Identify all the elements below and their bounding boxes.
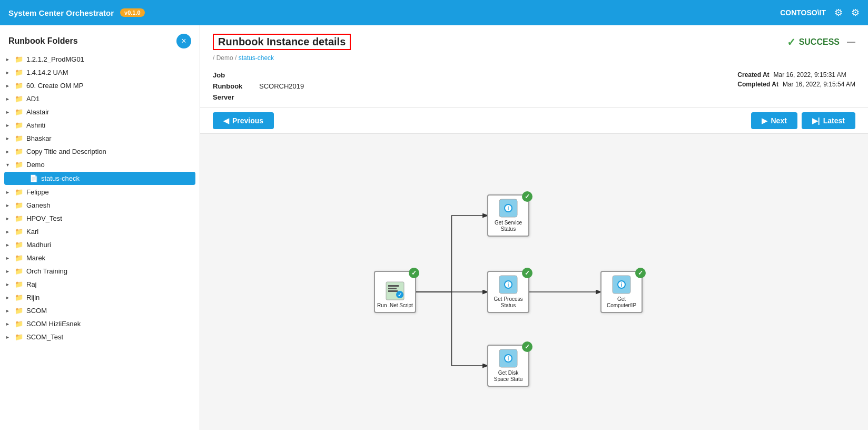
node-check-icon: ✓ — [635, 268, 646, 278]
next-label: Next — [771, 116, 786, 125]
chevron-icon: ▸ — [6, 216, 13, 221]
latest-button[interactable]: ▶| Latest — [802, 112, 855, 129]
sidebar-item-label: Demo — [26, 161, 45, 169]
meta-row: Job Runbook SCORCH2019 Server Created At… — [213, 67, 855, 108]
sidebar-item-1414[interactable]: ▸📁1.4.14.2 UAM — [0, 66, 200, 79]
sidebar-scroll: ▸📁1.2.1.2_ProdMG01▸📁1.4.14.2 UAM▸📁60. Cr… — [0, 53, 200, 426]
sidebar-item-raj[interactable]: ▸📁Raj — [0, 278, 200, 291]
node-check-icon: ✓ — [522, 191, 532, 202]
workflow-node-get-disk[interactable]: ✓ i Get Disk Space Statu — [487, 345, 529, 387]
sidebar-item-marek[interactable]: ▸📁Marek — [0, 251, 200, 265]
node-label: Get Disk Space Statu — [488, 370, 528, 383]
gear-icon[interactable]: ⚙ — [851, 7, 860, 18]
chevron-icon: ▸ — [6, 202, 13, 208]
folder-icon: 📁 — [15, 280, 23, 288]
folder-icon: 📁 — [15, 241, 23, 249]
folder-icon: 📁 — [15, 254, 23, 262]
chevron-icon: ▸ — [6, 295, 13, 300]
server-row: Server — [213, 93, 304, 101]
sidebar-title: Runbook Folders — [8, 36, 78, 46]
sidebar-item-ashriti[interactable]: ▸📁Ashriti — [0, 119, 200, 132]
sidebar-item-ganesh[interactable]: ▸📁Ganesh — [0, 199, 200, 212]
sidebar-item-label: Alastair — [26, 108, 49, 116]
node-label: Get Computer/IP — [601, 296, 642, 309]
workflow-node-get-computer[interactable]: ✓ i Get Computer/IP — [600, 271, 643, 313]
node-icon: i — [498, 274, 519, 295]
next-button[interactable]: ▶ Next — [751, 112, 797, 129]
success-label: SUCCESS — [799, 37, 840, 47]
workflow-node-get-process[interactable]: ✓ i Get Process Status — [487, 271, 529, 313]
completed-at-label: Completed At — [737, 81, 778, 88]
workflow-node-get-service[interactable]: ✓ i Get Service Status — [487, 194, 529, 237]
sidebar-item-copy-title[interactable]: ▸📁Copy Title and Description — [0, 145, 200, 158]
sidebar-item-label: Rijin — [26, 294, 40, 301]
job-row: Job — [213, 71, 304, 79]
svg-text:i: i — [508, 356, 509, 361]
folder-icon: 📁 — [15, 214, 23, 222]
sidebar-item-scom-test[interactable]: ▸📁SCOM_Test — [0, 330, 200, 344]
meta-right: Created At Mar 16, 2022, 9:15:31 AM Comp… — [737, 71, 855, 88]
node-icon: ✓ — [384, 280, 406, 301]
folder-icon: 📁 — [15, 148, 23, 155]
sidebar-item-ad1[interactable]: ▸📁AD1 — [0, 92, 200, 105]
sidebar-item-alastair[interactable]: ▸📁Alastair — [0, 105, 200, 119]
sidebar-item-scom-hizli[interactable]: ▸📁SCOM HizliEsnek — [0, 317, 200, 330]
sidebar-item-label: Ashriti — [26, 121, 45, 129]
runbook-value: SCORCH2019 — [259, 82, 304, 90]
chevron-icon: ▸ — [6, 321, 13, 327]
node-check-icon: ✓ — [409, 268, 419, 278]
folder-icon: 📁 — [15, 188, 23, 196]
svg-text:i: i — [508, 206, 509, 211]
sidebar-item-rijin[interactable]: ▸📁Rijin — [0, 291, 200, 304]
sidebar-item-1212[interactable]: ▸📁1.2.1.2_ProdMG01 — [0, 53, 200, 66]
sidebar-item-label: SCOM HizliEsnek — [26, 320, 81, 328]
node-label: Get Process Status — [488, 296, 528, 309]
sidebar-close-button[interactable]: × — [176, 34, 191, 48]
settings-icon[interactable]: ⚙ — [834, 7, 843, 18]
sidebar-item-felippe[interactable]: ▸📁Felippe — [0, 185, 200, 199]
svg-text:i: i — [621, 282, 623, 288]
version-badge: v0.1.0 — [120, 8, 145, 17]
node-icon: i — [498, 348, 519, 369]
sidebar-header: Runbook Folders × — [0, 25, 200, 53]
sidebar-item-active[interactable]: 📄status-check — [4, 172, 195, 185]
workflow-node-run-net[interactable]: ✓ ✓ Run .Net Script — [374, 271, 416, 313]
sidebar-item-karl[interactable]: ▸📁Karl — [0, 225, 200, 238]
chevron-icon: ▸ — [6, 281, 13, 287]
chevron-icon: ▸ — [6, 308, 13, 314]
sidebar-item-demo[interactable]: ▾📁Demo — [0, 158, 200, 171]
nav-buttons-row: ◀ Previous ▶ Next ▶| Latest — [200, 108, 868, 134]
sidebar-item-bhaskar[interactable]: ▸📁Bhaskar — [0, 132, 200, 145]
sidebar-item-madhuri[interactable]: ▸📁Madhuri — [0, 238, 200, 251]
file-icon: 📄 — [29, 174, 38, 182]
node-check-icon: ✓ — [522, 341, 532, 352]
sidebar-item-label: Madhuri — [26, 241, 51, 249]
sidebar-item-label: Karl — [26, 228, 38, 236]
job-label: Job — [213, 71, 255, 79]
folder-icon: 📁 — [15, 108, 23, 116]
previous-label: Previous — [232, 116, 263, 125]
svg-rect-3 — [388, 285, 399, 287]
svg-rect-5 — [388, 290, 398, 292]
folder-icon: 📁 — [15, 121, 23, 129]
node-label: Get Service Status — [488, 220, 528, 232]
created-at-label: Created At — [737, 71, 769, 79]
sidebar-item-60[interactable]: ▸📁60. Create OM MP — [0, 79, 200, 92]
sidebar-item-label: Ganesh — [26, 201, 51, 209]
close-success-icon[interactable]: — — [847, 37, 855, 47]
previous-button[interactable]: ◀ Previous — [213, 112, 274, 129]
sidebar-item-hpov[interactable]: ▸📁HPOV_Test — [0, 212, 200, 225]
svg-text:✓: ✓ — [398, 292, 402, 298]
chevron-icon: ▸ — [6, 70, 13, 75]
sidebar-item-label: Felippe — [26, 188, 49, 196]
folder-icon: 📁 — [15, 320, 23, 328]
sidebar-item-scom[interactable]: ▸📁SCOM — [0, 304, 200, 317]
chevron-icon: ▸ — [6, 109, 13, 115]
nav-btns-right: ▶ Next ▶| Latest — [751, 112, 855, 129]
sidebar-item-orch-training[interactable]: ▸📁Orch Training — [0, 265, 200, 278]
chevron-icon: ▸ — [6, 334, 13, 340]
chevron-icon: ▸ — [6, 255, 13, 261]
success-check-icon: ✓ — [787, 36, 796, 48]
breadcrumb-status-check[interactable]: status-check — [239, 54, 274, 62]
folder-icon: 📁 — [15, 134, 23, 142]
